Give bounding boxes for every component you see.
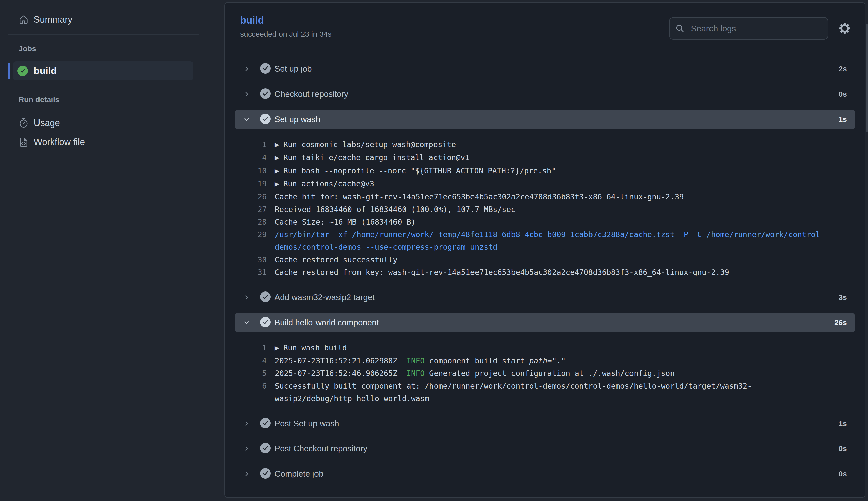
chevron-down-icon[interactable] — [243, 319, 250, 327]
step-row-post-checkout-repository[interactable]: Post Checkout repository0s — [235, 436, 855, 461]
log-line-number: 29 — [235, 228, 267, 254]
search-logs-box[interactable] — [669, 17, 828, 40]
log-line-text: ▶Run taiki-e/cache-cargo-install-action@… — [275, 151, 855, 164]
step-row-build-hello-world-component[interactable]: Build hello-world component26s — [235, 313, 855, 332]
steps-list: Set up job2sCheckout repository0sSet up … — [225, 52, 865, 487]
log-line-number: 31 — [235, 266, 267, 279]
expand-group-icon[interactable]: ▶ — [275, 178, 283, 190]
log-line-text: Cache Size: ~16 MB (16834460 B) — [275, 216, 855, 228]
step-row-post-set-up-wash[interactable]: Post Set up wash1s — [235, 411, 855, 436]
log-line-text: ▶Run actions/cache@v3 — [275, 178, 855, 191]
step-row-set-up-wash[interactable]: Set up wash1s — [235, 110, 855, 129]
job-success-icon — [17, 66, 28, 76]
step-success-icon — [260, 114, 271, 125]
log-line: 1▶Run cosmonic-labs/setup-wash@composite — [235, 138, 855, 151]
log-line: 10▶Run bash --noprofile --norc "${GITHUB… — [235, 164, 855, 178]
log-line: 52025-07-23T16:52:46.906265Z INFO Genera… — [235, 367, 855, 380]
job-title-link[interactable]: build — [240, 14, 264, 26]
log-line: 26Cache hit for: wash-git-rev-14a51ee71e… — [235, 191, 855, 203]
log-line-number: 4 — [235, 151, 267, 164]
log-line-text: Cache hit for: wash-git-rev-14a51ee71ec6… — [275, 191, 855, 203]
log-line-number: 5 — [235, 367, 267, 380]
step-duration: 3s — [838, 293, 847, 301]
step-duration: 2s — [838, 65, 847, 73]
sidebar-divider — [8, 86, 199, 86]
expand-group-icon[interactable]: ▶ — [275, 138, 283, 151]
home-icon — [18, 14, 29, 25]
log-line-number: 10 — [235, 164, 267, 178]
step-duration: 0s — [838, 445, 847, 453]
sidebar-run-details-heading: Run details — [19, 95, 199, 104]
log-line-text: 2025-07-23T16:52:21.062980Z INFO compone… — [275, 355, 855, 367]
log-line-number: 26 — [235, 191, 267, 203]
log-panel-header: build succeeded on Jul 23 in 34s — [225, 2, 865, 52]
sidebar-workflow-file-label: Workflow file — [34, 137, 85, 147]
log-line: 1▶Run wash build — [235, 342, 855, 355]
chevron-right-icon[interactable] — [243, 294, 250, 301]
step-success-icon — [260, 88, 271, 100]
step-duration: 0s — [838, 90, 847, 98]
log-line-text: Cache restored from key: wash-git-rev-14… — [275, 266, 855, 279]
step-row-set-up-job[interactable]: Set up job2s — [235, 56, 855, 82]
log-line-text: ▶Run cosmonic-labs/setup-wash@composite — [275, 138, 855, 151]
log-panel: build succeeded on Jul 23 in 34s — [224, 2, 866, 498]
step-name: Post Set up wash — [275, 419, 339, 428]
expand-group-icon[interactable]: ▶ — [275, 342, 283, 354]
log-line: 30Cache restored successfully — [235, 254, 855, 266]
step-duration: 1s — [838, 115, 847, 124]
search-logs-input[interactable] — [691, 24, 822, 33]
sidebar: Summary Jobs build Run details — [0, 0, 224, 501]
step-name: Set up job — [275, 64, 312, 74]
step-success-icon — [260, 443, 271, 455]
gear-icon[interactable] — [839, 23, 850, 34]
sidebar-divider — [8, 34, 199, 35]
log-line-number: 27 — [235, 203, 267, 216]
expand-group-icon[interactable]: ▶ — [275, 151, 283, 164]
file-code-icon — [18, 137, 29, 147]
sidebar-usage-label: Usage — [34, 118, 60, 128]
log-line-text: ▶Run wash build — [275, 342, 855, 355]
log-line: 19▶Run actions/cache@v3 — [235, 178, 855, 191]
log-line-text: 2025-07-23T16:52:46.906265Z INFO Generat… — [275, 367, 855, 380]
log-line-number: 28 — [235, 216, 267, 228]
log-block: 1▶Run wash build42025-07-23T16:52:21.062… — [235, 332, 855, 411]
step-success-icon — [260, 63, 271, 75]
log-line: 42025-07-23T16:52:21.062980Z INFO compon… — [235, 355, 855, 367]
chevron-right-icon[interactable] — [243, 90, 250, 98]
sidebar-summary-label: Summary — [34, 14, 73, 25]
log-line-number: 19 — [235, 178, 267, 191]
step-name: Complete job — [275, 469, 323, 479]
sidebar-job-label: build — [34, 66, 56, 76]
log-line-number: 4 — [235, 355, 267, 367]
step-name: Checkout repository — [275, 89, 348, 99]
chevron-down-icon[interactable] — [243, 116, 250, 123]
selected-job-accent-bar — [8, 63, 10, 79]
log-line-number: 30 — [235, 254, 267, 266]
sidebar-item-usage[interactable]: Usage — [8, 114, 199, 132]
chevron-right-icon[interactable] — [243, 470, 250, 478]
log-line: 31Cache restored from key: wash-git-rev-… — [235, 266, 855, 279]
step-row-add-wasm32-wasip2-target[interactable]: Add wasm32-wasip2 target3s — [235, 285, 855, 310]
sidebar-jobs-heading: Jobs — [19, 44, 199, 53]
step-row-complete-job[interactable]: Complete job0s — [235, 461, 855, 487]
stopwatch-icon — [18, 118, 29, 128]
step-name: Add wasm32-wasip2 target — [275, 292, 374, 302]
chevron-right-icon[interactable] — [243, 65, 250, 73]
step-success-icon — [260, 418, 271, 429]
step-row-checkout-repository[interactable]: Checkout repository0s — [235, 82, 855, 107]
chevron-right-icon[interactable] — [243, 420, 250, 427]
log-line-text: ▶Run bash --noprofile --norc "${GITHUB_A… — [275, 164, 855, 178]
log-line: 4▶Run taiki-e/cache-cargo-install-action… — [235, 151, 855, 164]
sidebar-job-build[interactable]: build — [13, 61, 193, 81]
log-line-text: Successfully built component at: /home/r… — [275, 380, 855, 405]
sidebar-item-workflow-file[interactable]: Workflow file — [8, 132, 199, 152]
search-icon — [675, 23, 685, 33]
chevron-right-icon[interactable] — [243, 445, 250, 452]
log-line-text: Received 16834460 of 16834460 (100.0%), … — [275, 203, 855, 216]
step-name: Build hello-world component — [275, 318, 379, 328]
log-line: 27Received 16834460 of 16834460 (100.0%)… — [235, 203, 855, 216]
log-line-number: 6 — [235, 380, 267, 405]
expand-group-icon[interactable]: ▶ — [275, 164, 283, 177]
sidebar-item-summary[interactable]: Summary — [8, 10, 199, 29]
scrollbar-thumb[interactable] — [866, 24, 868, 132]
